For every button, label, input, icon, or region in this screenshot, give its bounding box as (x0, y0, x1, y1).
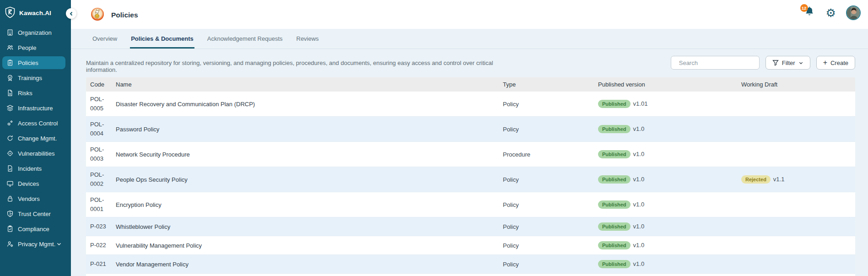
sidebar-item-incidents[interactable]: Incidents (2, 162, 65, 175)
table-row[interactable]: P-021 Vendor Management Policy Policy Pu… (86, 255, 855, 274)
sidebar-item-label: Access Control (18, 120, 58, 127)
table-row[interactable]: POL-0001 Encryption Policy Policy Publis… (86, 192, 855, 217)
chevron-down-icon (56, 241, 62, 247)
tab-reviews[interactable]: Reviews (297, 29, 319, 49)
tab-label: Acknowledgement Requests (207, 35, 283, 42)
sidebar-item-trainings[interactable]: Trainings (2, 71, 65, 84)
notifications-button[interactable]: 12 (804, 6, 816, 20)
cell-type: Policy (503, 242, 598, 249)
chevron-left-icon (69, 11, 74, 16)
sidebar-collapse-button[interactable] (66, 8, 76, 19)
table-row[interactable]: POL-0002 People Ops Security Policy Poli… (86, 167, 855, 192)
sidebar-item-change-mgmt[interactable]: Change Mgmt. (2, 132, 65, 145)
version-text: v1.0 (633, 125, 645, 132)
tab-label: Policies & Documents (131, 35, 194, 42)
sidebar-item-vendors[interactable]: Vendors (2, 192, 65, 205)
sidebar-item-privacy-mgmt[interactable]: Privacy Mgmt. (2, 238, 65, 250)
cell-published-version: Publishedv1.0 (598, 260, 741, 268)
sidebar: Kawach.AI Organization People (0, 0, 71, 276)
tab-policies-documents[interactable]: Policies & Documents (131, 29, 194, 49)
sidebar-item-label: Trust Center (18, 211, 51, 217)
table-header: Code Name Type Published version Working… (86, 77, 855, 92)
sidebar-item-vulnerabilities[interactable]: Vulnerabilities (2, 147, 65, 160)
sidebar-item-label: People (18, 44, 36, 51)
sidebar-item-label: Devices (18, 180, 39, 187)
table-next-row-partial (86, 274, 855, 276)
tab-acknowledgement-requests[interactable]: Acknowledgement Requests (207, 29, 283, 49)
version-text: v1.0 (633, 151, 645, 157)
sidebar-item-label: Organization (18, 29, 52, 36)
status-badge: Rejected (741, 175, 771, 184)
column-header-working-draft: Working Draft (741, 81, 855, 88)
cell-code: P-021 (86, 260, 116, 269)
sidebar-nav: Organization People Policies (0, 26, 71, 253)
sidebar-item-people[interactable]: People (2, 41, 65, 54)
column-header-name: Name (116, 81, 503, 88)
status-badge: Published (598, 260, 631, 268)
tab-overview[interactable]: Overview (92, 29, 117, 49)
cell-type: Policy (503, 261, 598, 268)
sidebar-item-risks[interactable]: Risks (2, 87, 65, 99)
policies-table: Code Name Type Published version Working… (86, 77, 855, 276)
settings-gear-icon[interactable]: ⚙ (826, 7, 836, 19)
create-label: Create (830, 60, 848, 66)
search-input[interactable] (679, 60, 760, 66)
sidebar-item-compliance[interactable]: Compliance (2, 222, 65, 235)
version-text: v1.01 (633, 100, 648, 107)
sidebar-item-label: Incidents (18, 165, 42, 172)
cell-published-version: Publishedv1.0 (598, 222, 741, 231)
cell-code: P-022 (86, 241, 116, 250)
main-content: Policies 12 ⚙ (71, 0, 868, 276)
sidebar-item-infrastructure[interactable]: Infrastructure (2, 102, 65, 114)
app-logo: Kawach.AI (0, 0, 71, 20)
cell-published-version: Publishedv1.0 (598, 125, 741, 133)
cell-published-version: Publishedv1.0 (598, 150, 741, 158)
table-row[interactable]: POL-0004 Password Policy Policy Publishe… (86, 117, 855, 142)
status-badge: Published (598, 241, 631, 249)
sidebar-item-devices[interactable]: Devices (2, 177, 65, 190)
page-description: Maintain a centralized repository for st… (86, 60, 498, 73)
table-row[interactable]: P-023 Whistleblower Policy Policy Publis… (86, 217, 855, 236)
cell-code: POL-0002 (86, 170, 116, 189)
cell-type: Policy (503, 101, 598, 108)
cell-name: People Ops Security Policy (116, 176, 503, 183)
table-row[interactable]: POL-0005 Disaster Recovery and Communica… (86, 92, 855, 117)
document-icon (6, 89, 14, 97)
sidebar-item-organization[interactable]: Organization (2, 26, 65, 39)
cell-type: Policy (503, 176, 598, 183)
filter-button[interactable]: Filter (766, 56, 810, 70)
tab-label: Reviews (297, 35, 319, 42)
tab-bar: Overview Policies & Documents Acknowledg… (71, 29, 868, 49)
sidebar-item-trust-center[interactable]: Trust Center (2, 207, 65, 220)
version-text: v1.0 (633, 242, 645, 249)
cell-type: Policy (503, 126, 598, 133)
cell-name: Encryption Policy (116, 201, 503, 208)
version-text: v1.0 (633, 176, 645, 183)
app-name: Kawach.AI (19, 10, 51, 16)
create-button[interactable]: + Create (816, 56, 855, 70)
plus-icon: + (823, 59, 827, 66)
person-gear-icon (6, 240, 14, 248)
status-badge: Published (598, 200, 631, 209)
shield-logo-icon (5, 6, 16, 20)
cell-type: Policy (503, 223, 598, 230)
building-icon (6, 29, 14, 36)
column-header-code: Code (86, 81, 116, 88)
version-text: v1.0 (633, 201, 645, 208)
policies-mascot-icon (90, 7, 105, 23)
table-row[interactable]: P-022 Vulnerability Management Policy Po… (86, 236, 855, 255)
user-avatar[interactable] (846, 5, 861, 20)
sidebar-item-access-control[interactable]: Access Control (2, 117, 65, 130)
cell-name: Network Security Procedure (116, 151, 503, 158)
status-badge: Published (598, 175, 631, 184)
cell-code: P-023 (86, 222, 116, 231)
filter-label: Filter (782, 60, 795, 66)
cell-code: POL-0005 (86, 95, 116, 113)
sidebar-item-policies[interactable]: Policies (2, 56, 65, 69)
layers-icon (6, 104, 14, 112)
cell-published-version: Publishedv1.0 (598, 175, 741, 184)
search-box[interactable] (671, 56, 760, 70)
table-row[interactable]: POL-0003 Network Security Procedure Proc… (86, 142, 855, 167)
column-header-type: Type (503, 81, 598, 88)
status-badge: Published (598, 125, 631, 133)
